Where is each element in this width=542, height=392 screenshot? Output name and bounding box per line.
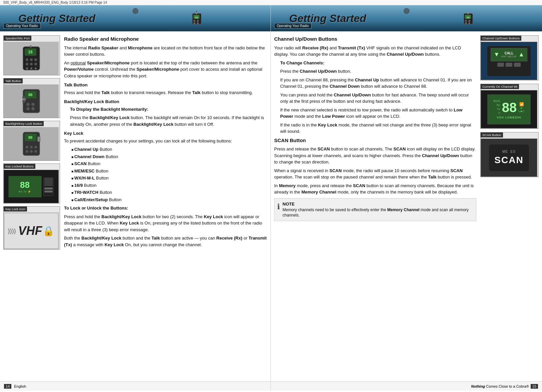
note-icon: ℹ — [277, 201, 280, 219]
page-wrapper: Operating Your Radio 16 Getting — [0, 5, 542, 391]
backlight-key-lock-label: Backlight/Key Lock Button — [4, 121, 44, 126]
scan-visual: ME ES SCAN — [489, 144, 529, 171]
section-channel-updown-title: Channel Up/Down Buttons — [274, 35, 476, 43]
bullet-triwatch: TRI-WATCH Button — [71, 189, 267, 196]
talk-button-box: Talk Button 88 PTT — [3, 78, 60, 118]
to-change-channels-label: To Change Channels: — [280, 60, 476, 66]
svg-point-28 — [31, 103, 35, 106]
svg-point-19 — [30, 67, 32, 69]
section-talk-button-title: Talk Button — [64, 82, 267, 88]
section-backlight-title: Backlight/Key Lock Button — [64, 98, 267, 105]
svg-rect-45 — [44, 184, 53, 185]
vhf-lock-display: )))) VHF 🔒 — [4, 213, 59, 249]
right-header-radio-icon: 16 — [463, 11, 475, 26]
right-content-area: Channel Up/Down Buttons Your radio will … — [271, 31, 542, 381]
svg-text:PTT: PTT — [22, 98, 26, 101]
svg-point-13 — [30, 58, 33, 61]
svg-point-4 — [197, 20, 199, 22]
svg-point-38 — [26, 150, 28, 153]
scan-button-display: ME ES SCAN — [481, 138, 537, 177]
left-column: Operating Your Radio 16 Getting — [0, 5, 271, 391]
svg-point-17 — [34, 63, 37, 65]
left-sidebar-images: Speaker/Mic Port 16 — [3, 35, 60, 379]
section-talk-button-p1: Press and hold the Talk button to transm… — [64, 89, 267, 96]
backlight-key-lock-box: Backlight/Key Lock Button 88 — [3, 121, 60, 161]
section-scan-p1: Press and release the SCAN button to sca… — [274, 146, 476, 165]
key-lock-p1: To prevent accidental changes to your se… — [64, 138, 267, 144]
svg-text:16: 16 — [195, 16, 198, 19]
channel88-img-box: Currently On Channel 88 ROG Rx Tx A 88 — [480, 84, 539, 129]
talk-button-label: Talk Button — [4, 78, 23, 83]
svg-point-6 — [197, 22, 199, 24]
right-column: Operating Your Radio 16 Getting Started — [271, 5, 542, 391]
note-text-content: NOTE Memory channels need to be saved to… — [283, 201, 473, 219]
bullet-wxhml: WX/H-M-L Button — [71, 175, 267, 181]
right-page-num: 15 — [531, 384, 538, 389]
ent-setup-label: ENT SETUP — [502, 55, 517, 58]
section-scan-title: SCAN Button — [274, 137, 476, 144]
key-lock-subtitle: Key Lock — [64, 130, 267, 137]
lock-icon: 🔒 — [43, 226, 54, 237]
scan-img-box: SCAN Button ME ES SCAN — [480, 132, 539, 177]
svg-text:16: 16 — [28, 50, 33, 54]
svg-point-52 — [468, 20, 470, 22]
svg-rect-41 — [43, 177, 53, 196]
section-radio-speaker-title: Radio Speaker and Microphone — [64, 35, 267, 43]
lock-unlock-subtitle: To Lock or Unlock the Buttons: — [64, 205, 267, 212]
speaker-mic-port-box: Speaker/Mic Port 16 — [3, 35, 60, 75]
section-channel-updown-p1: Your radio will Receive (Rx) and Transmi… — [274, 45, 476, 58]
bullet-call-enter-setup: Call/Enter/Setup Button — [71, 197, 267, 203]
svg-point-29 — [26, 107, 30, 110]
svg-text:16: 16 — [467, 16, 470, 19]
svg-point-14 — [34, 58, 37, 61]
svg-point-35 — [26, 146, 28, 148]
section-scan-p3: In Memory mode, press and release the SC… — [274, 182, 476, 195]
svg-point-8 — [196, 11, 197, 12]
channel-low-power-p: If the new channel selected is restricte… — [280, 107, 476, 120]
svg-text:88: 88 — [28, 135, 32, 139]
svg-point-30 — [31, 107, 35, 110]
compass-decoration-left — [132, 8, 138, 14]
vhf-text: VHF — [18, 224, 42, 238]
svg-rect-47 — [44, 190, 53, 192]
note-body: Memory channels need to be saved to effe… — [283, 208, 469, 218]
sound-waves-icon: )))) — [8, 228, 16, 235]
section-scan-p2: When a signal is received in SCAN mode, … — [274, 167, 476, 180]
note-box: ℹ NOTE Memory channels need to be saved … — [274, 198, 476, 222]
bullet-scan: SCAN Button — [71, 160, 267, 167]
right-footer: Nothing Comes Close to a Cobra® 15 — [271, 381, 542, 391]
svg-point-36 — [30, 146, 33, 148]
key-locked-screen: 88 RXTX⚡ — [8, 176, 42, 198]
channel-fast-advance-p: You can press and hold the Channel Up/Do… — [280, 92, 476, 105]
right-main-text: Channel Up/Down Buttons Your radio will … — [274, 35, 476, 379]
scan-img-label: SCAN Button — [481, 132, 503, 137]
svg-point-3 — [193, 20, 195, 22]
key-lock-bullet-list: Channel Up Button Channel Down Button SC… — [71, 146, 267, 203]
section-radio-speaker-p2: An optional Speaker/Microphone port is l… — [64, 60, 267, 79]
note-title: NOTE — [283, 201, 473, 207]
bullet-mem-esc: MEM/ESC Button — [71, 168, 267, 174]
key-lock-icon-box: Key Lock Icon )))) VHF 🔒 — [3, 206, 60, 250]
display-backlight-p: Press the Backlight/Key Lock button. The… — [70, 114, 267, 127]
radio-bottom-buttons — [497, 63, 521, 67]
meta-bar: 500_VHF_Body_v8_MRHH330_ENG_Body 1/18/13… — [0, 0, 542, 5]
svg-rect-44 — [44, 182, 53, 183]
display-backlight-subtitle: To Display the Backlight Momentarily: — [70, 106, 267, 113]
ch88-number: 88 — [502, 101, 517, 114]
svg-rect-42 — [44, 178, 53, 179]
svg-point-39 — [30, 150, 33, 153]
right-tagline-normal: Nothing Comes Close to a Cobra® — [471, 384, 529, 388]
radio-top-display: ▼ CALL ENT SETUP ▲ — [487, 46, 531, 76]
channel88-display: ROG Rx Tx A 88 📶 B U■C — [481, 90, 537, 128]
right-sidebar-images: Channel Up/Down Buttons ▼ CALL ENT SETUP… — [480, 35, 539, 379]
vox-label: VOX LOMEDHI — [497, 116, 521, 119]
left-lang: English — [14, 384, 26, 388]
speaker-mic-port-label: Speaker/Mic Port — [4, 36, 31, 41]
scan-top-label: ME ES — [502, 150, 516, 153]
left-header-radio-icon: 16 — [191, 11, 204, 26]
left-content-area: Speaker/Mic Port 16 — [0, 31, 270, 381]
left-main-text: Radio Speaker and Microphone The interna… — [64, 35, 267, 379]
svg-point-40 — [34, 150, 37, 153]
channel-88-wrap-p: If you are on Channel 88, pressing the C… — [280, 77, 476, 90]
ch88-screen: ROG Rx Tx A 88 📶 B U■C — [487, 94, 531, 124]
